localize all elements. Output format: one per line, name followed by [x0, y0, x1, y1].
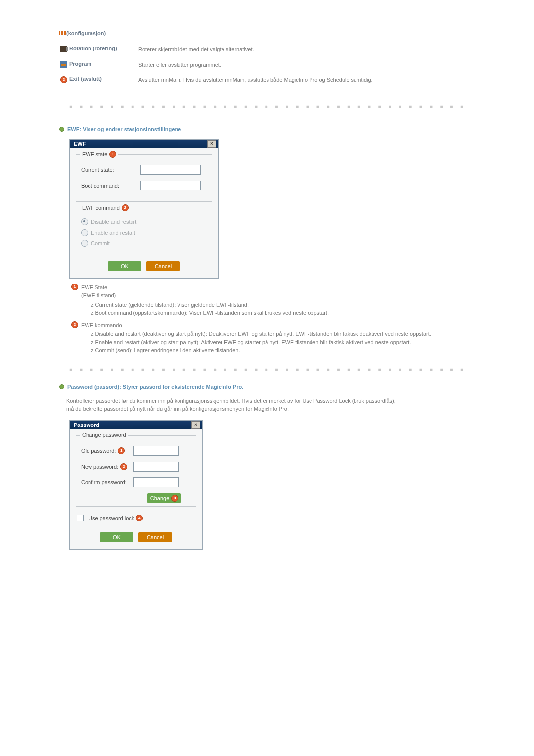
ewf-state-group: EWF state 1 Current state: Boot command: [76, 154, 212, 202]
change-password-legend: Change password [80, 432, 128, 438]
ewf-titlebar[interactable]: EWF × [70, 140, 218, 148]
ewf-cancel-button[interactable]: Cancel [146, 261, 180, 271]
exit-desc: Avslutter mnMain. Hvis du avslutter mnMa… [138, 76, 373, 84]
ewf-state-item-2: Boot command (oppstartskommando): Viser … [91, 309, 329, 317]
ewf-explanation: 1 EWF State (EWF-tilstand) Current state… [71, 284, 465, 358]
password-titlebar[interactable]: Password × [70, 421, 202, 429]
lock-badge: 4 [136, 515, 143, 521]
password-dialog-title: Password [72, 422, 99, 428]
password-ok-button[interactable]: OK [100, 532, 134, 542]
explain-badge-2: 2 [71, 321, 78, 328]
password-intro: Kontrollerer passordet før du kommer inn… [66, 397, 402, 413]
ewf-heading-text: EWF: Viser og endrer stasjonsinnstilling… [67, 126, 181, 132]
ewf-dialog: EWF × EWF state 1 Current state: Boot co… [69, 139, 219, 279]
config-title: (konfigurasjon) [66, 30, 106, 36]
exit-icon: 2 [60, 76, 67, 83]
config-heading: (konfigurasjon) [59, 30, 465, 37]
ewf-command-badge: 2 [122, 204, 129, 211]
radio-enable-label: Enable and restart [91, 230, 135, 236]
old-password-badge: 1 [118, 447, 125, 454]
ewf-state-subtitle: (EWF-tilstand) [81, 292, 116, 298]
use-password-lock-label: Use password lock [89, 515, 134, 521]
boot-command-label: Boot command: [81, 183, 140, 189]
new-password-field[interactable] [134, 462, 179, 472]
radio-commit[interactable]: Commit [81, 240, 207, 247]
change-password-legend-text: Change password [82, 432, 126, 438]
radio-commit-label: Commit [91, 240, 110, 246]
ewf-command-legend: EWF command 2 [80, 204, 131, 211]
confirm-password-field[interactable] [134, 477, 179, 487]
password-heading-text: Password (passord): Styrer passord for e… [67, 384, 243, 390]
new-password-badge: 2 [120, 463, 127, 470]
close-icon[interactable]: × [207, 140, 216, 148]
checkbox-icon[interactable] [77, 515, 84, 521]
current-state-label: Current state: [81, 167, 140, 173]
program-desc: Starter eller avslutter programmet. [138, 61, 221, 69]
old-password-label-text: Old password: [81, 448, 116, 454]
explain-badge-1: 1 [71, 284, 78, 290]
password-heading: Password (passord): Styrer passord for e… [59, 384, 465, 390]
password-cancel-button[interactable]: Cancel [138, 532, 172, 542]
ewf-heading: EWF: Viser og endrer stasjonsinnstilling… [59, 126, 465, 132]
ewf-state-title: EWF State [81, 284, 107, 290]
rotation-icon [60, 46, 67, 52]
program-label: Program [69, 61, 138, 67]
change-button-label: Change [150, 493, 170, 503]
ewf-dialog-title: EWF [72, 141, 86, 147]
program-icon [60, 61, 67, 68]
ewf-cmd-item-2: Enable and restart (aktiver og start på … [91, 338, 431, 347]
config-item-exit: 2 Exit (avslutt) Avslutter mnMain. Hvis … [60, 76, 465, 84]
bullet-icon [59, 384, 64, 389]
ewf-state-legend: EWF state 1 [80, 151, 118, 158]
ewf-command-group: EWF command 2 Disable and restart Enable… [76, 208, 212, 256]
close-icon[interactable]: × [191, 421, 200, 429]
ewf-state-badge: 1 [109, 151, 116, 158]
ewf-cmd-item-3: Commit (send): Lagrer endringene i den a… [91, 346, 431, 355]
ewf-ok-button[interactable]: OK [108, 261, 141, 271]
config-item-program: Program Starter eller avslutter programm… [60, 61, 465, 69]
change-button[interactable]: Change 3 [147, 493, 181, 503]
radio-disable-restart[interactable]: Disable and restart [81, 218, 207, 225]
current-state-field [140, 165, 201, 175]
old-password-label: Old password: 1 [81, 447, 134, 454]
confirm-password-label-text: Confirm password: [81, 479, 127, 485]
change-badge: 3 [171, 495, 178, 502]
ewf-state-legend-text: EWF state [82, 151, 107, 157]
use-password-lock-row[interactable]: Use password lock 4 [77, 515, 195, 521]
change-password-group: Change password Old password: 1 New pass… [76, 435, 196, 507]
radio-disable-label: Disable and restart [91, 219, 136, 225]
radio-icon [81, 229, 88, 236]
ewf-command-legend-text: EWF command [82, 205, 120, 211]
radio-icon [81, 218, 88, 225]
old-password-field[interactable] [134, 446, 179, 456]
config-icon [59, 30, 66, 37]
divider: ■ ■ ■ ■ ■ ■ ■ ■ ■ ■ ■ ■ ■ ■ ■ ■ ■ ■ ■ ■ … [69, 367, 465, 372]
confirm-password-label: Confirm password: [81, 479, 134, 485]
exit-label: Exit (avslutt) [69, 76, 138, 82]
radio-enable-restart[interactable]: Enable and restart [81, 229, 207, 236]
rotation-label: Rotation (rotering) [69, 46, 138, 51]
new-password-label-text: New password: [81, 464, 118, 470]
bullet-icon [59, 127, 64, 132]
exit-badge: 2 [60, 76, 67, 83]
new-password-label: New password: 2 [81, 463, 134, 470]
config-item-rotation: Rotation (rotering) Roterer skjermbildet… [60, 46, 465, 54]
ewf-state-item-1: Current state (gjeldende tilstand): Vise… [91, 301, 329, 309]
boot-command-field [140, 181, 201, 190]
password-dialog: Password × Change password Old password:… [69, 420, 203, 550]
ewf-cmd-title: EWF-kommando [81, 322, 122, 328]
divider: ■ ■ ■ ■ ■ ■ ■ ■ ■ ■ ■ ■ ■ ■ ■ ■ ■ ■ ■ ■ … [69, 104, 465, 109]
radio-icon [81, 240, 88, 247]
ewf-cmd-item-1: Disable and restart (deaktiver og start … [91, 330, 431, 338]
rotation-desc: Roterer skjermbildet med det valgte alte… [138, 46, 254, 54]
